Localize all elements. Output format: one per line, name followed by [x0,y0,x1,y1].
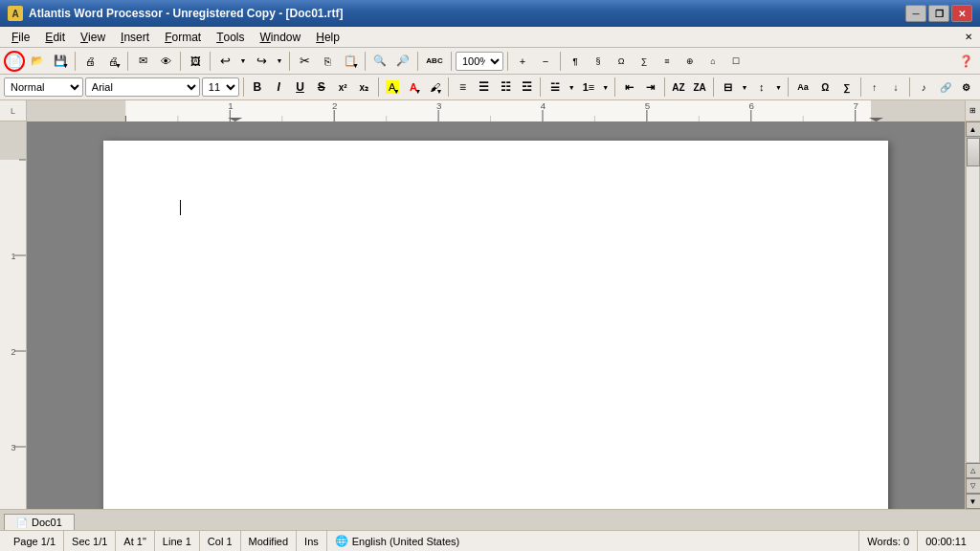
title-text: Atlantis Word Processor - Unregistered C… [29,7,905,20]
more-btn1[interactable]: Ω [815,77,835,98]
align-justify-button[interactable]: ☲ [517,77,536,98]
zoom-out-button[interactable]: − [535,51,556,72]
copy-button[interactable]: ⎘ [317,51,338,72]
email-button[interactable]: ✉ [132,51,153,72]
replace-button[interactable]: 🔎 [392,51,413,72]
subscript-button[interactable]: x₂ [354,77,373,98]
scroll-page-up-btn[interactable]: △ [966,463,981,478]
menu-item-window[interactable]: Window [253,27,309,47]
line-spacing-button[interactable]: ↕ [752,77,771,98]
bullet-dropdown[interactable]: ▼ [567,77,577,98]
title-restore-btn[interactable]: ❐ [928,5,949,22]
find-button[interactable]: 🔍 [369,51,390,72]
doc-tab[interactable]: 📄 Doc01 [4,514,75,530]
align-right-button[interactable]: ☷ [496,77,515,98]
format-btn8[interactable]: ☐ [725,51,746,72]
numbered-list-button[interactable]: 1≡ [579,77,598,98]
cols-dropdown[interactable]: ▼ [740,77,750,98]
format-btn1[interactable]: ¶ [565,51,586,72]
spell-button[interactable]: ABC [422,51,447,72]
save-button[interactable]: 💾 ▼ [50,51,71,72]
italic-button[interactable]: I [269,77,288,98]
scroll-down-btn[interactable]: ▼ [966,494,981,509]
special-char-button[interactable]: Aa [792,77,813,98]
font-color-button[interactable]: A ▼ [404,77,423,98]
tb-sep-9 [507,52,508,71]
image-inline-btn[interactable]: ⚙ [957,77,976,98]
strikethrough-button[interactable]: S [312,77,331,98]
columns-button[interactable]: ⊟ [718,77,737,98]
ls-dropdown[interactable]: ▼ [773,77,784,98]
menu-item-help[interactable]: Help [308,27,347,47]
status-line: Line 1 [155,531,200,551]
menu-close-btn[interactable]: ✕ [961,30,976,45]
increase-indent-button[interactable]: ⇥ [640,77,659,98]
print-button[interactable]: 🖨 ▼ [102,51,123,72]
music-btn[interactable]: ♪ [914,77,933,98]
menu-item-format[interactable]: Format [157,27,209,47]
open-button[interactable]: 📂 [27,51,48,72]
title-minimize-btn[interactable]: ─ [905,5,926,22]
undo-dropdown[interactable]: ▼ [237,51,249,72]
align-center-button[interactable]: ☰ [475,77,494,98]
num-dropdown[interactable]: ▼ [600,77,611,98]
highlight-button[interactable]: A ▼ [382,77,401,98]
new-button[interactable]: 📄 [4,51,25,72]
link-btn[interactable]: 🔗 [935,77,954,98]
help-icon-btn[interactable]: ❓ [955,51,976,72]
bold-button[interactable]: B [248,77,267,98]
decrease-indent-button[interactable]: ⇤ [619,77,638,98]
bg-color-button[interactable]: 🖌 ▼ [425,77,444,98]
bullet-list-button[interactable]: ☱ [545,77,564,98]
style-select[interactable]: Normal Heading 1 Heading 2 Title [4,77,83,97]
ruler-scroll-button[interactable]: ⊞ [965,100,980,121]
redo-button[interactable]: ↪ [251,51,272,72]
superscript-button[interactable]: x² [333,77,352,98]
redo-dropdown[interactable]: ▼ [274,51,285,72]
svg-text:6: 6 [749,100,754,111]
tb-sep-8 [451,52,452,71]
menu-item-edit[interactable]: Edit [37,27,73,47]
scroll-track[interactable] [966,137,980,463]
format-btn2[interactable]: § [588,51,609,72]
tb-sep-f6 [664,77,665,97]
down-arrow-btn[interactable]: ↓ [886,77,905,98]
view-icon: 👁 [161,55,171,67]
title-close-btn[interactable]: ✕ [951,5,972,22]
paste-button[interactable]: 📋 ▼ [340,51,361,72]
ruler: 1 2 3 4 5 6 7 [27,100,965,121]
zoom-in-button[interactable]: + [512,51,533,72]
sort-button[interactable]: AZ [669,77,688,98]
document-page[interactable]: ALL PC World All apps for a free taste [103,141,888,509]
align-left-button[interactable]: ≡ [453,77,472,98]
more-btn2[interactable]: ∑ [836,77,856,98]
underline-button[interactable]: U [290,77,309,98]
tb-sep-10 [560,52,561,71]
format-btn6[interactable]: ⊕ [679,51,701,72]
svg-rect-27 [0,121,27,160]
document-area[interactable]: ALL PC World All apps for a free taste [27,121,965,509]
menu-item-file[interactable]: File [4,27,37,47]
format-btn5[interactable]: ≡ [657,51,678,72]
format-btn3[interactable]: Ω [611,51,632,72]
print-preview-button[interactable]: 🖨 [79,51,100,72]
font-select[interactable]: Arial Times New Roman Courier New [85,77,200,97]
size-select[interactable]: 11 8 9 10 12 14 16 18 24 36 [202,77,239,97]
menu-item-insert[interactable]: Insert [113,27,157,47]
format-btn7[interactable]: ⌂ [702,51,724,72]
zoom-in-icon: + [520,55,525,67]
undo-button[interactable]: ↩ [214,51,235,72]
cut-button[interactable]: ✂ [294,51,315,72]
scroll-thumb[interactable] [967,138,980,166]
view-button[interactable]: 👁 [155,51,176,72]
menu-item-view[interactable]: View [73,27,113,47]
tb-sep-f7 [713,77,714,97]
scroll-up-btn[interactable]: ▲ [966,121,981,137]
format-btn4[interactable]: ∑ [634,51,655,72]
sort-desc-button[interactable]: ZA [690,77,709,98]
image-button[interactable]: 🖼 [185,51,206,72]
menu-item-tools[interactable]: Tools [209,27,252,47]
zoom-select[interactable]: 100% 50% 75% 125% 150% 200% [456,52,503,71]
up-arrow-btn[interactable]: ↑ [865,77,884,98]
scroll-page-down-btn[interactable]: ▽ [966,478,981,494]
